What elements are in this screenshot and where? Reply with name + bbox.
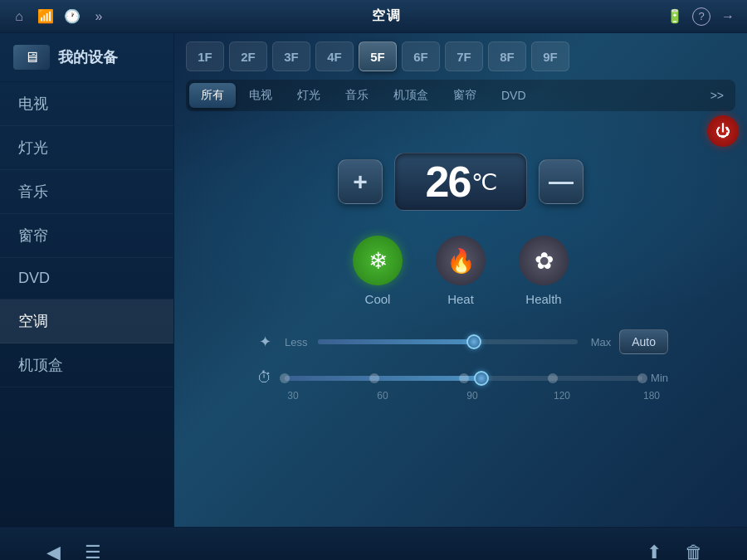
content-area: 1F 2F 3F 4F 5F 6F 7F 8F 9F 所有 电视 灯光 音乐 机…: [174, 33, 747, 527]
category-tab-music[interactable]: 音乐: [334, 83, 380, 108]
temp-decrease-button[interactable]: +: [338, 159, 383, 204]
sidebar-item-tv[interactable]: 电视: [0, 82, 173, 126]
ac-panel: ⏻ + 26℃ — ❄ Cool 🔥 Heat: [174, 119, 747, 527]
battery-icon: 🔋: [666, 7, 684, 26]
sidebar-header: 🖥 我的设备: [0, 33, 173, 82]
category-more-button[interactable]: >>: [702, 84, 732, 107]
floor-tab-5f[interactable]: 5F: [359, 41, 397, 71]
floor-tab-1f[interactable]: 1F: [186, 41, 224, 71]
floor-tab-4f[interactable]: 4F: [315, 41, 354, 71]
category-tab-all[interactable]: 所有: [189, 83, 236, 108]
category-tab-stb[interactable]: 机顶盒: [382, 83, 440, 108]
health-icon: ✿: [519, 236, 569, 285]
heat-icon: 🔥: [436, 236, 486, 285]
cool-label: Cool: [365, 292, 391, 306]
category-tab-tv[interactable]: 电视: [237, 83, 284, 108]
sidebar-item-light[interactable]: 灯光: [0, 126, 173, 170]
mode-cool-button[interactable]: ❄ Cool: [353, 236, 403, 306]
timer-slider-thumb[interactable]: [474, 371, 489, 386]
floor-tab-6f[interactable]: 6F: [402, 41, 440, 71]
mode-heat-button[interactable]: 🔥 Heat: [436, 236, 486, 306]
timer-min-label: Min: [651, 372, 668, 384]
device-icon: 🖥: [13, 45, 50, 70]
fan-less-label: Less: [285, 336, 310, 348]
timer-label-row: 30 60 90 120 180: [253, 390, 668, 402]
timer-label-120: 120: [554, 390, 570, 402]
mode-health-button[interactable]: ✿ Health: [519, 236, 569, 306]
timer-label-30: 30: [285, 390, 301, 402]
wifi-icon: 📶: [37, 7, 55, 26]
list-button[interactable]: ☰: [73, 536, 113, 561]
fan-icon: ✦: [253, 333, 276, 351]
trash-button[interactable]: 🗑: [674, 536, 714, 561]
temperature-control: + 26℃ —: [338, 153, 583, 211]
fan-auto-button[interactable]: Auto: [619, 329, 668, 354]
category-tab-dvd[interactable]: DVD: [490, 84, 538, 107]
temperature-unit: ℃: [471, 168, 496, 196]
timer-icon: ⏱: [253, 369, 276, 387]
category-tab-curtain[interactable]: 窗帘: [442, 83, 488, 108]
timer-label-90: 90: [464, 390, 481, 402]
mode-buttons: ❄ Cool 🔥 Heat ✿ Health: [353, 236, 569, 306]
temp-increase-button[interactable]: —: [539, 159, 583, 204]
back-button[interactable]: ◀: [33, 536, 73, 561]
category-tabs: 所有 电视 灯光 音乐 机顶盒 窗帘 DVD >>: [186, 80, 735, 111]
fan-slider-fill: [318, 339, 474, 344]
cool-icon: ❄: [353, 236, 403, 285]
health-label: Health: [525, 292, 561, 306]
timer-dot-90: [459, 373, 469, 383]
temperature-value: 26: [426, 157, 471, 207]
timer-label-180: 180: [643, 390, 660, 402]
timer-dot-180: [637, 373, 647, 383]
app-title: 空调: [372, 7, 402, 25]
more-icon[interactable]: »: [90, 7, 108, 26]
category-tab-light[interactable]: 灯光: [286, 83, 332, 108]
sidebar-item-music[interactable]: 音乐: [0, 170, 173, 214]
fan-speed-row: ✦ Less Max Auto: [253, 329, 668, 354]
share-button[interactable]: ⬆: [634, 536, 674, 561]
fan-max-label: Max: [586, 336, 611, 348]
timer-label-60: 60: [374, 390, 391, 402]
sidebar-item-stb[interactable]: 机顶盒: [0, 343, 173, 387]
timer-dot-30: [280, 373, 290, 383]
sidebar: 🖥 我的设备 电视 灯光 音乐 窗帘 DVD 空调 机顶盒: [0, 33, 174, 527]
timer-track-row: ⏱ Min: [253, 369, 668, 387]
bottom-bar: ◀ ☰ ⬆ 🗑: [0, 527, 747, 560]
floor-tabs: 1F 2F 3F 4F 5F 6F 7F 8F 9F: [174, 33, 747, 80]
floor-tab-2f[interactable]: 2F: [229, 41, 267, 71]
floor-tab-9f[interactable]: 9F: [531, 41, 569, 71]
timer-slider-fill: [285, 376, 481, 381]
floor-tab-7f[interactable]: 7F: [445, 41, 483, 71]
sidebar-header-label: 我的设备: [58, 47, 118, 67]
timer-dot-120: [548, 373, 558, 383]
sidebar-item-ac[interactable]: 空调: [0, 299, 173, 343]
heat-label: Heat: [447, 292, 474, 306]
top-bar-left: ⌂ 📶 🕐 »: [10, 7, 108, 26]
top-bar: ⌂ 📶 🕐 » 空调 🔋 ? →: [0, 0, 747, 33]
clock-icon: 🕐: [63, 7, 81, 26]
exit-icon[interactable]: →: [719, 7, 737, 26]
timer-dot-60: [369, 373, 379, 383]
top-bar-right: 🔋 ? →: [666, 7, 737, 26]
timer-row: ⏱ Min 30 60 90: [253, 369, 668, 402]
sidebar-item-curtain[interactable]: 窗帘: [0, 214, 173, 258]
sidebar-item-dvd[interactable]: DVD: [0, 258, 173, 299]
help-icon[interactable]: ?: [692, 7, 710, 26]
fan-slider-track[interactable]: [318, 339, 578, 344]
floor-tab-8f[interactable]: 8F: [488, 41, 526, 71]
temperature-display: 26℃: [394, 153, 527, 211]
fan-slider-thumb[interactable]: [466, 334, 481, 349]
home-icon[interactable]: ⌂: [10, 7, 28, 26]
main-layout: 🖥 我的设备 电视 灯光 音乐 窗帘 DVD 空调 机顶盒 1F 2F 3F 4…: [0, 33, 747, 527]
floor-tab-3f[interactable]: 3F: [272, 41, 310, 71]
timer-slider-track[interactable]: [285, 376, 642, 381]
power-button[interactable]: ⏻: [707, 115, 739, 147]
